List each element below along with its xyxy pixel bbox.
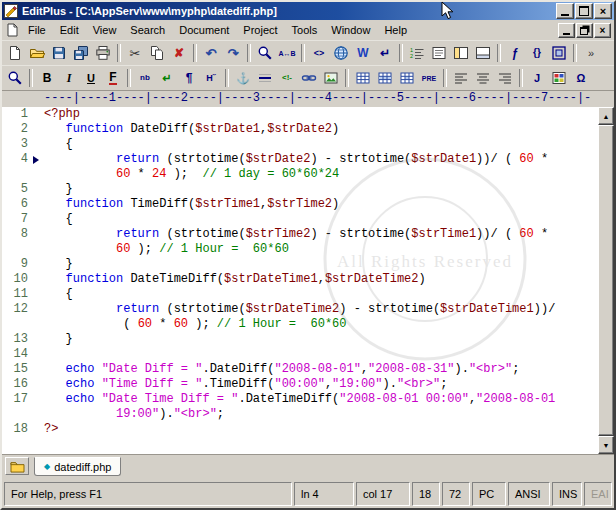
replace-button[interactable]: A↔B: [276, 42, 298, 64]
menu-search[interactable]: Search: [123, 21, 172, 39]
charmap-button[interactable]: Ω: [570, 67, 592, 89]
mdi-restore-button[interactable]: [576, 23, 593, 38]
underline-button[interactable]: U: [80, 67, 102, 89]
anchor-button[interactable]: ⚓: [232, 67, 254, 89]
delete-button[interactable]: ✘: [168, 42, 190, 64]
code-line[interactable]: 11 {: [2, 287, 598, 302]
tab-datediff-php[interactable]: ◆ datediff.php: [34, 457, 121, 476]
align-right-button[interactable]: [494, 67, 516, 89]
save-button[interactable]: [48, 42, 70, 64]
find-button[interactable]: [254, 42, 276, 64]
code-line[interactable]: 60 ); // 1 Hour = 60*60: [2, 242, 598, 257]
maximize-button[interactable]: [575, 3, 593, 19]
match-brace-button[interactable]: {}: [526, 42, 548, 64]
code-line[interactable]: 17 echo "Date Time Diff = ".DateTimeDiff…: [2, 392, 598, 407]
directory-window-button[interactable]: [450, 42, 472, 64]
code-text: return (strtotime($strDate2) - strtotime…: [44, 152, 548, 167]
code-line[interactable]: 8 return (strtotime($strTime2) - strtoti…: [2, 227, 598, 242]
view-in-browser-button[interactable]: [330, 42, 352, 64]
directory-panel-button[interactable]: [5, 457, 29, 475]
undo-button[interactable]: ↶: [200, 42, 222, 64]
heading-button[interactable]: H˝: [200, 67, 222, 89]
mdi-minimize-button[interactable]: [558, 23, 575, 38]
zoom-button[interactable]: [4, 67, 26, 89]
link-button[interactable]: [298, 67, 320, 89]
mdi-controls: ×: [557, 23, 611, 38]
menu-edit[interactable]: Edit: [53, 21, 86, 39]
line-numbers-button[interactable]: 12: [406, 42, 428, 64]
document-selector-button[interactable]: [428, 42, 450, 64]
open-button[interactable]: [26, 42, 48, 64]
menu-tools[interactable]: Tools: [285, 21, 325, 39]
menu-window[interactable]: Window: [324, 21, 377, 39]
code-text: return (strtotime($strTime2) - strtotime…: [44, 227, 548, 242]
html-toolbar-button[interactable]: <>: [308, 42, 330, 64]
fullscreen-button[interactable]: [548, 42, 570, 64]
code-line[interactable]: ( 60 * 60 ); // 1 Hour = 60*60: [2, 317, 598, 332]
code-line[interactable]: 18?>: [2, 422, 598, 437]
italic-button[interactable]: I: [58, 67, 80, 89]
nbsp-button[interactable]: nb: [134, 67, 156, 89]
colors-button[interactable]: [548, 67, 570, 89]
cut-button[interactable]: ✂: [124, 42, 146, 64]
output-window-button[interactable]: [472, 42, 494, 64]
code-line[interactable]: 3 {: [2, 137, 598, 152]
function-list-button[interactable]: ƒ: [504, 42, 526, 64]
paragraph-button[interactable]: ¶: [178, 67, 200, 89]
code-editor[interactable]: 1<?php2 function DateDiff($strDate1,$str…: [2, 107, 598, 454]
code-line[interactable]: 2 function DateDiff($strDate1,$strDate2): [2, 122, 598, 137]
bold-button[interactable]: B: [36, 67, 58, 89]
browser-window-button[interactable]: W: [352, 42, 374, 64]
more-buttons-button[interactable]: »: [580, 42, 602, 64]
align-left-button[interactable]: [450, 67, 472, 89]
horizontal-rule-button[interactable]: [254, 67, 276, 89]
scrollbar-thumb[interactable]: [598, 125, 614, 436]
toolbar-html-format: BIUFnb↵¶H˝⚓<!-PREJΩ: [2, 65, 614, 90]
font-button[interactable]: F: [102, 67, 124, 89]
close-button[interactable]: ×: [594, 3, 612, 19]
code-line[interactable]: 12 return (strtotime($strDateTime2) - st…: [2, 302, 598, 317]
menu-document[interactable]: Document: [172, 21, 236, 39]
code-line[interactable]: 14: [2, 347, 598, 362]
table-row-icon: [377, 70, 393, 86]
pre-button[interactable]: PRE: [418, 67, 440, 89]
image-button[interactable]: [320, 67, 342, 89]
line-break-button[interactable]: ↵: [156, 67, 178, 89]
redo-button[interactable]: ↷: [222, 42, 244, 64]
code-line[interactable]: 9 }: [2, 257, 598, 272]
scroll-up-button[interactable]: ▲: [598, 107, 614, 125]
code-line[interactable]: 10 function DateTimeDiff($strDateTime1,$…: [2, 272, 598, 287]
table-row-button[interactable]: [374, 67, 396, 89]
scroll-down-button[interactable]: ▼: [598, 436, 614, 454]
minimize-button[interactable]: [556, 3, 574, 19]
word-wrap-button[interactable]: ↵: [374, 42, 396, 64]
code-line[interactable]: 4 return (strtotime($strDate2) - strtoti…: [2, 152, 598, 167]
code-line[interactable]: 19:00")."<br>";: [2, 407, 598, 422]
table-cell-button[interactable]: [396, 67, 418, 89]
vertical-scrollbar[interactable]: ▲ ▼: [598, 107, 614, 454]
menu-project[interactable]: Project: [236, 21, 284, 39]
script-button[interactable]: J: [526, 67, 548, 89]
code-line[interactable]: 5 }: [2, 182, 598, 197]
menu-help[interactable]: Help: [377, 21, 414, 39]
menu-file[interactable]: File: [21, 21, 53, 39]
code-line[interactable]: 7 {: [2, 212, 598, 227]
code-line[interactable]: 16 echo "Time Diff = ".TimeDiff("00:00",…: [2, 377, 598, 392]
code-line[interactable]: 1<?php: [2, 107, 598, 122]
copy-button[interactable]: [146, 42, 168, 64]
new-document-button[interactable]: [4, 42, 26, 64]
save-all-button[interactable]: [70, 42, 92, 64]
align-center-button[interactable]: [472, 67, 494, 89]
find-icon: [257, 45, 273, 61]
comment-button[interactable]: <!-: [276, 67, 298, 89]
code-text: }: [44, 182, 73, 197]
table-button[interactable]: [352, 67, 374, 89]
editor-area[interactable]: 1<?php2 function DateDiff($strDate1,$str…: [2, 107, 614, 454]
code-line[interactable]: 6 function TimeDiff($strTime1,$strTime2): [2, 197, 598, 212]
code-line[interactable]: 15 echo "Date Diff = ".DateDiff("2008-08…: [2, 362, 598, 377]
code-line[interactable]: 13 }: [2, 332, 598, 347]
menu-view[interactable]: View: [86, 21, 124, 39]
code-line[interactable]: 60 * 24 ); // 1 day = 60*60*24: [2, 167, 598, 182]
print-button[interactable]: [92, 42, 114, 64]
mdi-close-button[interactable]: ×: [594, 23, 611, 38]
